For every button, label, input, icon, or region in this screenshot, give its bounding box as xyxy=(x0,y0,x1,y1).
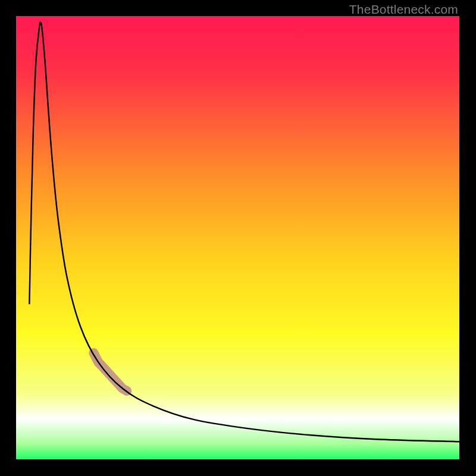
curve-highlight xyxy=(93,353,127,391)
curve-layer xyxy=(16,16,459,459)
bottleneck-curve xyxy=(29,23,459,442)
plot-area xyxy=(16,16,459,459)
bottleneck-chart: TheBottleneck.com xyxy=(0,0,476,476)
attribution-label: TheBottleneck.com xyxy=(349,2,458,17)
